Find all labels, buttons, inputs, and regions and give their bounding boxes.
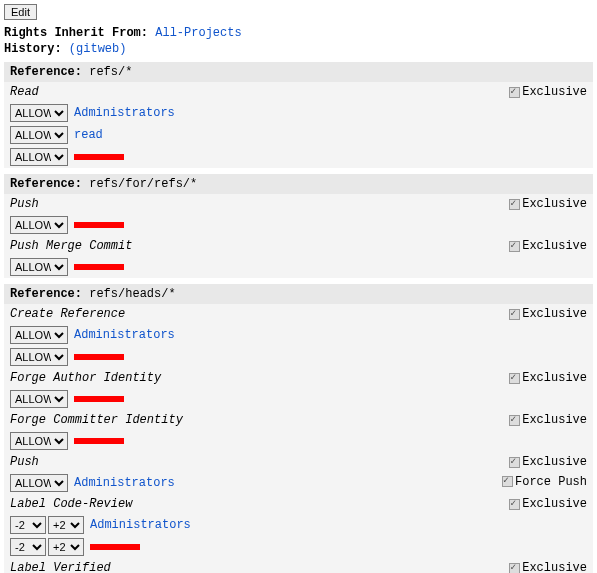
permission-row: ALLOW [4, 388, 593, 410]
group-link-redacted[interactable] [74, 396, 124, 402]
permission-title: Create ReferenceExclusive [4, 304, 593, 324]
permission-row: ALLOWread [4, 124, 593, 146]
permission-row: ALLOW [4, 346, 593, 368]
permission-row: ALLOW [4, 256, 593, 278]
edit-button[interactable]: Edit [4, 4, 37, 20]
checkbox-icon [502, 476, 513, 487]
checkbox-icon [509, 373, 520, 384]
permission-title: ReadExclusive [4, 82, 593, 102]
permission-row: ALLOW [4, 146, 593, 168]
permission-title: Label Code-ReviewExclusive [4, 494, 593, 514]
permission-title: PushExclusive [4, 194, 593, 214]
exclusive-flag: Exclusive [509, 307, 587, 321]
exclusive-flag: Exclusive [509, 371, 587, 385]
exclusive-flag: Exclusive [509, 497, 587, 511]
action-select[interactable]: ALLOW [10, 126, 68, 144]
group-link-redacted[interactable] [90, 544, 140, 550]
history-line: History: (gitweb) [4, 42, 593, 56]
checkbox-icon [509, 199, 520, 210]
checkbox-icon [509, 563, 520, 574]
reference-header: Reference: refs/* [4, 62, 593, 82]
max-vote-select[interactable]: +2 [48, 538, 84, 556]
permission-row: ALLOWAdministrators [4, 324, 593, 346]
group-link[interactable]: Administrators [90, 518, 191, 532]
group-link[interactable]: read [74, 128, 103, 142]
exclusive-flag: Exclusive [509, 85, 587, 99]
checkbox-icon [509, 87, 520, 98]
action-select[interactable]: ALLOW [10, 326, 68, 344]
min-vote-select[interactable]: -2 [10, 538, 46, 556]
exclusive-flag: Exclusive [509, 197, 587, 211]
history-link[interactable]: (gitweb) [69, 42, 127, 56]
permission-row: ALLOW [4, 430, 593, 452]
checkbox-icon [509, 241, 520, 252]
permission-row: -2+2Administrators [4, 514, 593, 536]
max-vote-select[interactable]: +2 [48, 516, 84, 534]
group-link[interactable]: Administrators [74, 328, 175, 342]
permission-row: ALLOW [4, 214, 593, 236]
rights-inherit-line: Rights Inherit From: All-Projects [4, 26, 593, 40]
checkbox-icon [509, 499, 520, 510]
exclusive-flag: Exclusive [509, 413, 587, 427]
checkbox-icon [509, 457, 520, 468]
exclusive-flag: Exclusive [509, 561, 587, 573]
group-link[interactable]: Administrators [74, 476, 175, 490]
permission-title: Forge Committer IdentityExclusive [4, 410, 593, 430]
rights-inherit-link[interactable]: All-Projects [155, 26, 241, 40]
checkbox-icon [509, 309, 520, 320]
group-link-redacted[interactable] [74, 438, 124, 444]
action-select[interactable]: ALLOW [10, 474, 68, 492]
reference-header: Reference: refs/heads/* [4, 284, 593, 304]
action-select[interactable]: ALLOW [10, 432, 68, 450]
rights-inherit-label: Rights Inherit From: [4, 26, 148, 40]
permission-row: ALLOWAdministrators [4, 102, 593, 124]
action-select[interactable]: ALLOW [10, 216, 68, 234]
permission-title: Label VerifiedExclusive [4, 558, 593, 573]
permission-title: Push Merge CommitExclusive [4, 236, 593, 256]
action-select[interactable]: ALLOW [10, 390, 68, 408]
group-link-redacted[interactable] [74, 222, 124, 228]
permission-title: PushExclusive [4, 452, 593, 472]
permission-row: -2+2 [4, 536, 593, 558]
group-link-redacted[interactable] [74, 154, 124, 160]
reference-header: Reference: refs/for/refs/* [4, 174, 593, 194]
exclusive-flag: Exclusive [509, 455, 587, 469]
permission-title: Forge Author IdentityExclusive [4, 368, 593, 388]
group-link-redacted[interactable] [74, 354, 124, 360]
action-select[interactable]: ALLOW [10, 348, 68, 366]
checkbox-icon [509, 415, 520, 426]
permission-row: ALLOWAdministratorsForce Push [4, 472, 593, 494]
history-label: History: [4, 42, 62, 56]
action-select[interactable]: ALLOW [10, 258, 68, 276]
force-push-flag: Force Push [502, 475, 587, 489]
min-vote-select[interactable]: -2 [10, 516, 46, 534]
group-link-redacted[interactable] [74, 264, 124, 270]
action-select[interactable]: ALLOW [10, 148, 68, 166]
group-link[interactable]: Administrators [74, 106, 175, 120]
exclusive-flag: Exclusive [509, 239, 587, 253]
action-select[interactable]: ALLOW [10, 104, 68, 122]
